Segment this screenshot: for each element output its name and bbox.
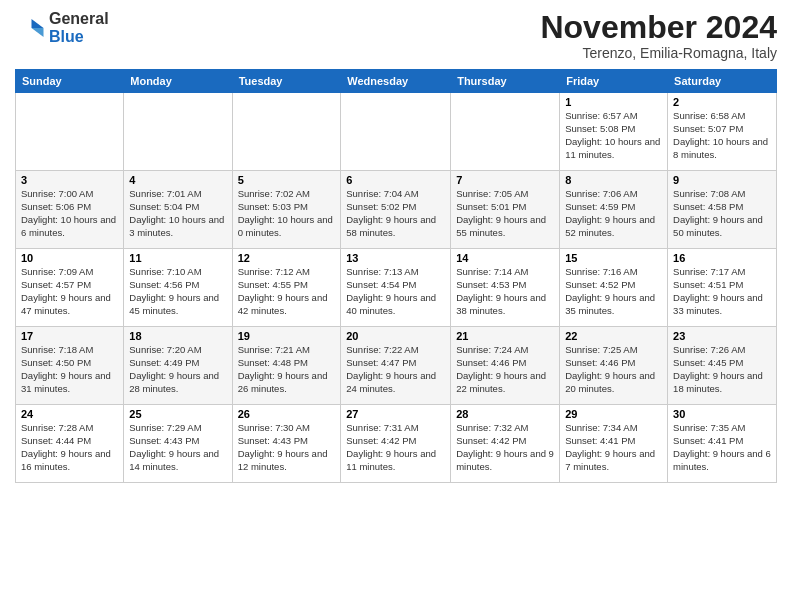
calendar-cell: 4Sunrise: 7:01 AM Sunset: 5:04 PM Daylig… (124, 171, 232, 249)
calendar-cell: 22Sunrise: 7:25 AM Sunset: 4:46 PM Dayli… (560, 327, 668, 405)
day-number: 21 (456, 330, 554, 342)
day-info: Sunrise: 7:14 AM Sunset: 4:53 PM Dayligh… (456, 266, 554, 317)
svg-marker-0 (32, 19, 44, 28)
calendar-cell: 19Sunrise: 7:21 AM Sunset: 4:48 PM Dayli… (232, 327, 341, 405)
col-sunday: Sunday (16, 70, 124, 93)
calendar-cell: 11Sunrise: 7:10 AM Sunset: 4:56 PM Dayli… (124, 249, 232, 327)
day-info: Sunrise: 6:58 AM Sunset: 5:07 PM Dayligh… (673, 110, 771, 161)
calendar-cell: 29Sunrise: 7:34 AM Sunset: 4:41 PM Dayli… (560, 405, 668, 483)
day-info: Sunrise: 7:29 AM Sunset: 4:43 PM Dayligh… (129, 422, 226, 473)
header: General Blue November 2024 Terenzo, Emil… (15, 10, 777, 61)
calendar-week-2: 3Sunrise: 7:00 AM Sunset: 5:06 PM Daylig… (16, 171, 777, 249)
day-number: 27 (346, 408, 445, 420)
day-info: Sunrise: 7:30 AM Sunset: 4:43 PM Dayligh… (238, 422, 336, 473)
calendar-cell: 5Sunrise: 7:02 AM Sunset: 5:03 PM Daylig… (232, 171, 341, 249)
day-info: Sunrise: 7:35 AM Sunset: 4:41 PM Dayligh… (673, 422, 771, 473)
day-number: 7 (456, 174, 554, 186)
day-info: Sunrise: 7:20 AM Sunset: 4:49 PM Dayligh… (129, 344, 226, 395)
day-number: 16 (673, 252, 771, 264)
day-number: 18 (129, 330, 226, 342)
calendar-cell: 2Sunrise: 6:58 AM Sunset: 5:07 PM Daylig… (668, 93, 777, 171)
day-number: 9 (673, 174, 771, 186)
day-info: Sunrise: 7:25 AM Sunset: 4:46 PM Dayligh… (565, 344, 662, 395)
calendar-cell (16, 93, 124, 171)
day-number: 6 (346, 174, 445, 186)
day-number: 13 (346, 252, 445, 264)
day-number: 12 (238, 252, 336, 264)
calendar-cell: 6Sunrise: 7:04 AM Sunset: 5:02 PM Daylig… (341, 171, 451, 249)
day-number: 8 (565, 174, 662, 186)
calendar-header: Sunday Monday Tuesday Wednesday Thursday… (16, 70, 777, 93)
day-info: Sunrise: 7:22 AM Sunset: 4:47 PM Dayligh… (346, 344, 445, 395)
calendar-cell: 25Sunrise: 7:29 AM Sunset: 4:43 PM Dayli… (124, 405, 232, 483)
calendar-cell: 30Sunrise: 7:35 AM Sunset: 4:41 PM Dayli… (668, 405, 777, 483)
page: General Blue November 2024 Terenzo, Emil… (0, 0, 792, 612)
col-tuesday: Tuesday (232, 70, 341, 93)
calendar-cell (124, 93, 232, 171)
calendar-cell: 9Sunrise: 7:08 AM Sunset: 4:58 PM Daylig… (668, 171, 777, 249)
day-info: Sunrise: 7:02 AM Sunset: 5:03 PM Dayligh… (238, 188, 336, 239)
day-info: Sunrise: 7:32 AM Sunset: 4:42 PM Dayligh… (456, 422, 554, 473)
day-number: 3 (21, 174, 118, 186)
calendar-week-5: 24Sunrise: 7:28 AM Sunset: 4:44 PM Dayli… (16, 405, 777, 483)
calendar-cell: 7Sunrise: 7:05 AM Sunset: 5:01 PM Daylig… (451, 171, 560, 249)
logo-icon (15, 13, 45, 43)
day-number: 23 (673, 330, 771, 342)
day-info: Sunrise: 7:34 AM Sunset: 4:41 PM Dayligh… (565, 422, 662, 473)
calendar-cell (232, 93, 341, 171)
logo-blue: Blue (49, 28, 84, 45)
day-info: Sunrise: 7:26 AM Sunset: 4:45 PM Dayligh… (673, 344, 771, 395)
col-wednesday: Wednesday (341, 70, 451, 93)
day-number: 11 (129, 252, 226, 264)
calendar-cell: 12Sunrise: 7:12 AM Sunset: 4:55 PM Dayli… (232, 249, 341, 327)
day-info: Sunrise: 6:57 AM Sunset: 5:08 PM Dayligh… (565, 110, 662, 161)
day-number: 17 (21, 330, 118, 342)
calendar-cell: 20Sunrise: 7:22 AM Sunset: 4:47 PM Dayli… (341, 327, 451, 405)
day-number: 26 (238, 408, 336, 420)
day-number: 15 (565, 252, 662, 264)
calendar-body: 1Sunrise: 6:57 AM Sunset: 5:08 PM Daylig… (16, 93, 777, 483)
day-info: Sunrise: 7:12 AM Sunset: 4:55 PM Dayligh… (238, 266, 336, 317)
calendar-cell: 8Sunrise: 7:06 AM Sunset: 4:59 PM Daylig… (560, 171, 668, 249)
calendar-cell (451, 93, 560, 171)
day-number: 28 (456, 408, 554, 420)
calendar-week-1: 1Sunrise: 6:57 AM Sunset: 5:08 PM Daylig… (16, 93, 777, 171)
calendar-cell: 26Sunrise: 7:30 AM Sunset: 4:43 PM Dayli… (232, 405, 341, 483)
calendar-cell: 1Sunrise: 6:57 AM Sunset: 5:08 PM Daylig… (560, 93, 668, 171)
col-saturday: Saturday (668, 70, 777, 93)
day-number: 29 (565, 408, 662, 420)
day-info: Sunrise: 7:24 AM Sunset: 4:46 PM Dayligh… (456, 344, 554, 395)
logo: General Blue (15, 10, 109, 45)
day-number: 20 (346, 330, 445, 342)
logo-text: General Blue (49, 10, 109, 45)
day-info: Sunrise: 7:28 AM Sunset: 4:44 PM Dayligh… (21, 422, 118, 473)
calendar-cell: 17Sunrise: 7:18 AM Sunset: 4:50 PM Dayli… (16, 327, 124, 405)
day-info: Sunrise: 7:21 AM Sunset: 4:48 PM Dayligh… (238, 344, 336, 395)
calendar-cell: 23Sunrise: 7:26 AM Sunset: 4:45 PM Dayli… (668, 327, 777, 405)
day-number: 25 (129, 408, 226, 420)
day-number: 14 (456, 252, 554, 264)
col-thursday: Thursday (451, 70, 560, 93)
day-info: Sunrise: 7:17 AM Sunset: 4:51 PM Dayligh… (673, 266, 771, 317)
day-info: Sunrise: 7:04 AM Sunset: 5:02 PM Dayligh… (346, 188, 445, 239)
logo-general: General (49, 10, 109, 27)
day-info: Sunrise: 7:13 AM Sunset: 4:54 PM Dayligh… (346, 266, 445, 317)
calendar-cell: 24Sunrise: 7:28 AM Sunset: 4:44 PM Dayli… (16, 405, 124, 483)
day-number: 30 (673, 408, 771, 420)
month-title: November 2024 (540, 10, 777, 45)
calendar-cell: 16Sunrise: 7:17 AM Sunset: 4:51 PM Dayli… (668, 249, 777, 327)
day-number: 22 (565, 330, 662, 342)
day-info: Sunrise: 7:16 AM Sunset: 4:52 PM Dayligh… (565, 266, 662, 317)
calendar-cell: 10Sunrise: 7:09 AM Sunset: 4:57 PM Dayli… (16, 249, 124, 327)
calendar-week-3: 10Sunrise: 7:09 AM Sunset: 4:57 PM Dayli… (16, 249, 777, 327)
day-number: 1 (565, 96, 662, 108)
col-friday: Friday (560, 70, 668, 93)
calendar-cell: 28Sunrise: 7:32 AM Sunset: 4:42 PM Dayli… (451, 405, 560, 483)
calendar-cell: 14Sunrise: 7:14 AM Sunset: 4:53 PM Dayli… (451, 249, 560, 327)
calendar: Sunday Monday Tuesday Wednesday Thursday… (15, 69, 777, 483)
col-monday: Monday (124, 70, 232, 93)
day-number: 4 (129, 174, 226, 186)
day-number: 2 (673, 96, 771, 108)
day-number: 10 (21, 252, 118, 264)
day-info: Sunrise: 7:06 AM Sunset: 4:59 PM Dayligh… (565, 188, 662, 239)
